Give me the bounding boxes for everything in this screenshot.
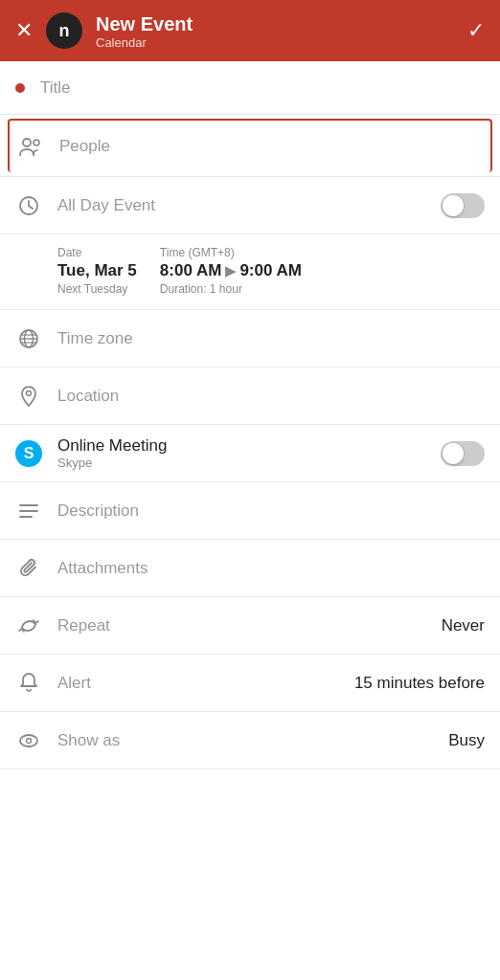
online-meeting-text: Online Meeting Skype — [57, 436, 441, 470]
repeat-icon — [15, 615, 42, 636]
avatar: n — [46, 12, 82, 49]
show-as-icon — [15, 733, 42, 748]
online-meeting-title: Online Meeting — [57, 436, 441, 456]
people-icon — [17, 136, 44, 157]
repeat-value: Never — [442, 616, 485, 635]
attachment-icon — [15, 557, 42, 580]
svg-point-14 — [20, 735, 37, 746]
header-subtitle: Calendar — [96, 35, 193, 50]
online-meeting-subtitle: Skype — [57, 456, 441, 470]
online-meeting-toggle[interactable] — [441, 441, 485, 466]
alert-content: Alert 15 minutes before — [57, 674, 485, 693]
location-label: Location — [57, 387, 119, 406]
alert-label: Alert — [57, 674, 91, 693]
alert-row[interactable]: Alert 15 minutes before — [0, 655, 500, 712]
location-row[interactable]: Location — [0, 368, 500, 425]
app-header: ✕ n New Event Calendar ✓ — [0, 0, 500, 61]
all-day-content: All Day Event — [57, 193, 485, 218]
all-day-label: All Day Event — [57, 196, 155, 215]
title-label: Title — [40, 78, 71, 98]
skype-icon: S — [15, 440, 42, 467]
repeat-content: Repeat Never — [57, 616, 485, 635]
show-as-row[interactable]: Show as Busy — [0, 712, 500, 769]
attachments-label: Attachments — [57, 559, 148, 578]
close-button[interactable]: ✕ — [15, 20, 33, 41]
repeat-label: Repeat — [57, 616, 110, 635]
timezone-label: Time zone — [57, 329, 133, 348]
header-left: ✕ n New Event Calendar — [15, 12, 193, 50]
online-meeting-row[interactable]: S Online Meeting Skype — [0, 425, 500, 482]
datetime-block[interactable]: Date Tue, Mar 5 Next Tuesday Time (GMT+8… — [0, 234, 500, 310]
attachments-row[interactable]: Attachments — [0, 540, 500, 597]
date-sub: Next Tuesday — [57, 282, 137, 296]
alert-icon — [15, 672, 42, 694]
date-value: Tue, Mar 5 — [57, 261, 137, 280]
time-range: 8:00 AM▶9:00 AM — [160, 261, 302, 280]
time-end: 9:00 AM — [239, 261, 302, 279]
save-button[interactable]: ✓ — [467, 18, 485, 43]
svg-point-10 — [27, 390, 32, 395]
title-dot-icon — [15, 83, 25, 93]
description-icon — [15, 502, 42, 520]
time-sub: Duration: 1 hour — [160, 282, 302, 296]
time-start: 8:00 AM — [160, 261, 222, 279]
clock-icon — [15, 195, 42, 216]
time-col: Time (GMT+8) 8:00 AM▶9:00 AM Duration: 1… — [160, 246, 302, 296]
all-day-toggle[interactable] — [441, 193, 485, 218]
svg-line-4 — [29, 206, 33, 209]
timezone-row[interactable]: Time zone — [0, 310, 500, 368]
header-title-block: New Event Calendar — [96, 12, 193, 50]
show-as-content: Show as Busy — [57, 731, 485, 750]
alert-value: 15 minutes before — [354, 674, 485, 693]
time-arrow: ▶ — [225, 263, 236, 278]
time-label: Time (GMT+8) — [160, 246, 302, 259]
globe-icon — [15, 328, 42, 349]
show-as-value: Busy — [448, 731, 485, 750]
event-title: New Event — [96, 12, 193, 35]
repeat-row[interactable]: Repeat Never — [0, 597, 500, 655]
location-icon — [15, 385, 42, 408]
people-row[interactable]: People — [8, 119, 492, 172]
description-row[interactable]: Description — [0, 482, 500, 540]
datetime-grid: Date Tue, Mar 5 Next Tuesday Time (GMT+8… — [57, 246, 485, 296]
svg-point-15 — [27, 738, 32, 743]
show-as-label: Show as — [57, 731, 120, 750]
title-row[interactable]: Title — [0, 61, 500, 115]
date-col: Date Tue, Mar 5 Next Tuesday — [57, 246, 137, 296]
people-label: People — [59, 137, 110, 156]
svg-point-0 — [23, 139, 31, 146]
toggle-knob-2 — [443, 443, 464, 464]
toggle-knob — [443, 195, 464, 216]
online-meeting-content: Online Meeting Skype — [57, 436, 485, 470]
date-label: Date — [57, 246, 137, 259]
svg-point-1 — [34, 140, 39, 145]
all-day-row[interactable]: All Day Event — [0, 177, 500, 234]
description-label: Description — [57, 501, 139, 521]
